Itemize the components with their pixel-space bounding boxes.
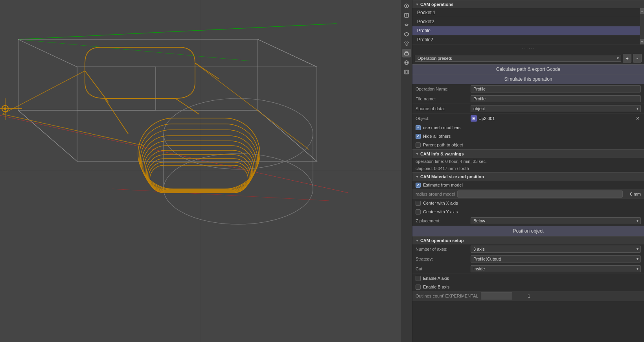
object-label: Object: [416, 116, 471, 121]
svg-rect-51 [405, 53, 408, 55]
operation-profile[interactable]: Profile [412, 26, 640, 35]
hide-others-checkbox[interactable] [416, 134, 421, 139]
enable-b-checkbox[interactable] [416, 285, 421, 290]
cam-setup-triangle: ▼ [416, 239, 419, 242]
object-row: Object: ▣ Up2.001 ✕ [412, 114, 644, 123]
operation-properties-section: Operation Name: File name: Source of dat… [412, 84, 644, 150]
operation-name-label: Operation Name: [416, 87, 471, 91]
svg-point-50 [406, 44, 407, 46]
operations-row: Pocket 1 Pocket2 Profile Profile2 [412, 8, 644, 44]
file-name-row: File name: [412, 94, 644, 104]
use-mesh-checkbox[interactable] [416, 125, 421, 130]
chipload-text: chipload: 0.0417 mm / tooth [412, 165, 644, 172]
cam-operations-title: CAM operations [420, 2, 453, 7]
svg-point-48 [405, 42, 406, 43]
scroll-up-button[interactable]: ▲ [640, 8, 644, 14]
num-axes-select-wrapper[interactable]: 3 axis ▼ [471, 246, 641, 253]
operations-list: Pocket 1 Pocket2 Profile Profile2 [412, 8, 640, 44]
operation-name-input[interactable] [471, 85, 641, 92]
simulate-button[interactable]: Simulate this operation [412, 74, 644, 84]
cam-setup-section: ▼ CAM operation setup Number of axes: 3 … [412, 236, 644, 301]
cut-select[interactable]: Inside [471, 265, 641, 272]
calculate-button[interactable]: Calculate path & export Gcode [412, 64, 644, 74]
num-axes-label: Number of axes: [416, 247, 471, 251]
center-x-checkbox[interactable] [416, 201, 421, 206]
radius-row: radius around model 0 mm [412, 189, 644, 199]
cut-select-wrapper[interactable]: Inside ▼ [471, 265, 641, 272]
z-placement-select[interactable]: Below [471, 217, 641, 224]
cam-setup-header: ▼ CAM operation setup [412, 236, 644, 244]
side-icon-constraints[interactable] [402, 20, 411, 29]
scroll-down-button[interactable]: ▼ [640, 39, 644, 44]
side-icon-properties[interactable] [402, 11, 411, 20]
parent-path-checkbox[interactable] [416, 142, 421, 148]
add-preset-button[interactable]: + [623, 54, 631, 63]
operation-presets-select[interactable]: Operation presets [415, 55, 621, 62]
enable-a-checkbox[interactable] [416, 276, 421, 281]
cam-info-header: ▼ CAM info & warnings [412, 150, 644, 158]
cam-setup-title: CAM operation setup [420, 238, 464, 243]
viewport-3d[interactable] [0, 0, 401, 342]
side-icon-scene[interactable] [402, 68, 411, 76]
side-icon-particles[interactable] [402, 39, 411, 48]
parent-path-row: Parent path to object [412, 140, 644, 149]
object-picker: ▣ Up2.001 ✕ [471, 115, 641, 122]
cut-label: Cut: [416, 266, 471, 271]
z-placement-row: Z placement: Below ▼ [412, 216, 644, 226]
outlines-row: Outlines count' EXPERIMENTAL 1 [412, 291, 644, 301]
right-panel-wrapper: ▼ CAM operations Pocket 1 Pocket2 Profil… [401, 0, 644, 342]
cam-material-title: CAM Material size and position [420, 174, 484, 179]
object-type-icon: ▣ [471, 115, 477, 122]
radius-label: radius around model [416, 192, 455, 196]
operation-profile2[interactable]: Profile2 [412, 35, 640, 44]
object-name: Up2.001 [478, 116, 633, 121]
svg-point-49 [407, 42, 408, 43]
enable-a-label: Enable A axis [423, 276, 449, 281]
file-name-label: File name: [416, 96, 471, 101]
file-name-input[interactable] [471, 95, 641, 102]
operation-name-row: Operation Name: [412, 84, 644, 94]
center-y-label: Center with Y axis [423, 209, 458, 214]
side-icon-cam[interactable] [402, 49, 411, 57]
cam-material-header: ▼ CAM Material size and position [412, 172, 644, 181]
svg-point-43 [406, 5, 407, 7]
side-icon-world[interactable] [402, 58, 411, 67]
operations-scrollbar[interactable]: ▲ ▼ [640, 8, 644, 44]
radius-value: 0 mm [625, 192, 641, 196]
center-x-row: Center with X axis [412, 199, 644, 207]
source-label: Source of data: [416, 106, 471, 111]
strategy-select-wrapper[interactable]: Profile(Cutout) ▼ [471, 255, 641, 263]
cam-material-section: ▼ CAM Material size and position Estimat… [412, 172, 644, 236]
operation-pocket1[interactable]: Pocket 1 [412, 8, 640, 17]
side-icon-render[interactable] [402, 2, 411, 10]
estimate-model-checkbox[interactable] [416, 183, 421, 188]
operation-pocket2[interactable]: Pocket2 [412, 17, 640, 26]
source-select-wrapper[interactable]: object ▼ [471, 105, 641, 112]
strategy-select[interactable]: Profile(Cutout) [471, 255, 641, 263]
cut-row: Cut: Inside ▼ [412, 264, 644, 274]
source-select[interactable]: object [471, 105, 641, 112]
source-row: Source of data: object ▼ [412, 104, 644, 114]
side-icon-tabs [401, 0, 412, 342]
cam-info-triangle: ▼ [416, 152, 419, 156]
outlines-label: Outlines count' EXPERIMENTAL [416, 294, 478, 298]
position-object-button[interactable]: Position object [412, 226, 644, 236]
outlines-slider[interactable] [481, 292, 512, 299]
use-mesh-row: use mesh modifiers [412, 123, 644, 132]
object-clear-button[interactable]: ✕ [635, 115, 641, 122]
enable-b-row: Enable B axis [412, 283, 644, 291]
presets-select-wrapper[interactable]: Operation presets ▼ [415, 55, 621, 62]
num-axes-row: Number of axes: 3 axis ▼ [412, 244, 644, 254]
collapse-triangle: ▼ [416, 3, 419, 6]
z-placement-select-wrapper[interactable]: Below ▼ [471, 217, 641, 224]
side-icon-modifiers[interactable] [402, 30, 411, 39]
num-axes-select[interactable]: 3 axis [471, 246, 641, 253]
remove-preset-button[interactable]: - [633, 54, 642, 63]
center-y-checkbox[interactable] [416, 209, 421, 214]
cam-operations-header: ▼ CAM operations [412, 0, 644, 8]
radius-slider[interactable] [457, 190, 623, 198]
use-mesh-label: use mesh modifiers [423, 125, 460, 130]
scroll-drag-area[interactable]: · · · · · · [412, 44, 644, 52]
presets-row: Operation presets ▼ + - [412, 52, 644, 64]
panel-scroll-area[interactable]: ▼ CAM operations Pocket 1 Pocket2 Profil… [412, 0, 644, 342]
